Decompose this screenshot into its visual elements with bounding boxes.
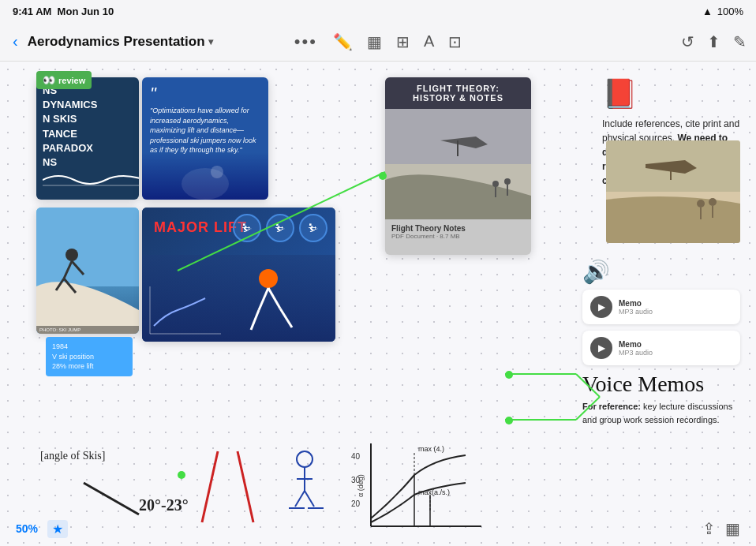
memo-2-info: Memo MP3 audio	[619, 340, 653, 357]
memo-1-title: Memo	[619, 299, 653, 308]
svg-line-17	[251, 310, 259, 330]
zoom-level[interactable]: 50%	[16, 522, 38, 535]
edit-icon[interactable]: ✎	[733, 32, 747, 51]
more-options[interactable]: •••	[294, 32, 317, 52]
connector-dot-flight	[379, 172, 387, 180]
ski-photo-content	[36, 208, 139, 334]
info-position: V ski position	[52, 352, 126, 362]
svg-line-36	[84, 483, 139, 514]
historical-glider-photo	[606, 140, 740, 243]
toolbar-tools: ✏️ ▦ ⊞ A ⊡	[333, 32, 462, 51]
eyes-icon: 👀	[43, 74, 55, 86]
status-time: 9:41 AM Mon Jun 10	[13, 6, 114, 17]
connector-dot-memo2	[505, 417, 513, 424]
memo-1-type: MP3 audio	[619, 308, 653, 316]
grid-bottom-icon[interactable]: ▦	[725, 519, 740, 538]
svg-point-33	[709, 198, 717, 206]
svg-point-24	[492, 181, 499, 187]
card1-content: NS DYNAMICS N SKIS TANCE PARADOX NS	[36, 77, 139, 176]
battery-icon: 100%	[717, 6, 743, 17]
svg-point-26	[504, 178, 511, 185]
svg-point-40	[297, 451, 313, 467]
svg-line-18	[280, 309, 292, 327]
flight-card-title: FLIGHT THEORY:HISTORY & NOTES	[385, 77, 531, 109]
toolbar-right-actions: ↺ ⬆ ✎	[681, 32, 747, 51]
wifi-icon: ▲	[702, 6, 713, 17]
grid-view-icon[interactable]: ▦	[367, 32, 382, 51]
share-icon[interactable]: ⬆	[707, 32, 720, 51]
info-year: 1984	[52, 342, 126, 352]
bottom-toolbar: 50% ★ ⇪ ▦	[0, 511, 756, 546]
svg-text:α (deg): α (deg)	[357, 474, 365, 497]
text-tool-icon[interactable]: A	[424, 32, 434, 50]
voice-memos-section: 🔊 ▶ Memo MP3 audio ▶ Memo MP3 audio Voic…	[582, 259, 740, 426]
svg-line-15	[259, 288, 268, 310]
memo-2-type: MP3 audio	[619, 349, 653, 357]
layers-icon[interactable]: ⊞	[396, 32, 410, 51]
svg-line-44	[305, 491, 314, 507]
bottom-left-tools: 50% ★	[16, 520, 68, 538]
share-bottom-icon[interactable]: ⇪	[702, 519, 716, 538]
pencil-tool-icon[interactable]: ✏️	[333, 32, 353, 51]
status-bar: 9:41 AM Mon Jun 10 ▲ 100%	[0, 0, 756, 22]
svg-text:max (4.): max (4.)	[418, 445, 444, 453]
svg-point-14	[259, 269, 278, 288]
svg-text:40: 40	[351, 452, 361, 461]
play-button-1[interactable]: ▶	[590, 296, 612, 318]
memo-2-title: Memo	[619, 340, 653, 349]
flight-card-image	[385, 109, 531, 219]
quote-mark: "	[150, 85, 260, 103]
card4-content: MAJOR LIFT ⛷ ⛷ ⛷	[142, 208, 335, 342]
ski-jump-photo-card[interactable]: PHOTO: SKI JUMP	[36, 208, 139, 334]
favorite-button[interactable]: ★	[47, 520, 68, 538]
svg-point-9	[65, 249, 78, 261]
aerodynamics-slide-card[interactable]: NS DYNAMICS N SKIS TANCE PARADOX NS	[36, 77, 139, 200]
toolbar-center-tools: ••• ✏️ ▦ ⊞ A ⊡	[294, 32, 462, 52]
connector-dot-memo1	[505, 371, 513, 379]
voice-memos-title: Voice Memos	[582, 372, 740, 397]
flight-card-footer: Flight Theory Notes PDF Document · 8.7 M…	[385, 219, 531, 245]
memo-1-info: Memo MP3 audio	[619, 299, 653, 316]
voice-memos-description: For reference: key lecture discussions a…	[582, 400, 740, 426]
svg-line-16	[268, 288, 280, 309]
memo-item-1[interactable]: ▶ Memo MP3 audio	[582, 290, 740, 324]
book-icon: 📕	[602, 77, 740, 110]
flight-theory-card[interactable]: FLIGHT THEORY:HISTORY & NOTES	[385, 77, 531, 255]
review-label: 👀 review	[36, 71, 92, 89]
flight-card-content: FLIGHT THEORY:HISTORY & NOTES	[385, 77, 531, 255]
back-button[interactable]: ‹	[9, 29, 21, 54]
skier-circles: ⛷ ⛷ ⛷	[233, 214, 327, 242]
canvas-area[interactable]: 👀 review NS DYNAMICS N SKIS TANCE PARADO…	[0, 62, 756, 546]
bottom-right-tools: ⇪ ▦	[702, 519, 740, 538]
quote-text: "Optimizations have allowed for increase…	[150, 107, 256, 154]
svg-point-7	[211, 166, 223, 178]
svg-point-31	[697, 200, 705, 208]
quote-slide-card[interactable]: " "Optimizations have allowed for increa…	[142, 77, 268, 200]
info-lift: 28% more lift	[52, 361, 126, 372]
card2-content: " "Optimizations have allowed for increa…	[142, 77, 268, 163]
svg-text:[angle of Skis]: [angle of Skis]	[40, 450, 105, 462]
svg-rect-8	[36, 208, 139, 286]
card3-label: PHOTO: SKI JUMP	[36, 326, 139, 334]
connector-dot-card4	[178, 471, 185, 479]
svg-text:20: 20	[351, 499, 361, 508]
memo-item-2[interactable]: ▶ Memo MP3 audio	[582, 331, 740, 365]
status-icons: ▲ 100%	[702, 6, 743, 17]
undo-icon[interactable]: ↺	[681, 32, 694, 51]
image-tool-icon[interactable]: ⊡	[448, 32, 462, 51]
svg-line-43	[295, 491, 305, 507]
speaker-icon: 🔊	[582, 259, 740, 285]
title-chevron-icon: ▾	[208, 36, 213, 47]
info-box-1984: 1984 V ski position 28% more lift	[46, 337, 133, 376]
play-button-2[interactable]: ▶	[590, 337, 612, 359]
major-lift-card[interactable]: MAJOR LIFT ⛷ ⛷ ⛷	[142, 208, 335, 342]
voice-desc-bold: For reference:	[582, 402, 641, 411]
toolbar: ‹ Aerodynamics Presentation ▾ ••• ✏️ ▦ ⊞…	[0, 22, 756, 62]
